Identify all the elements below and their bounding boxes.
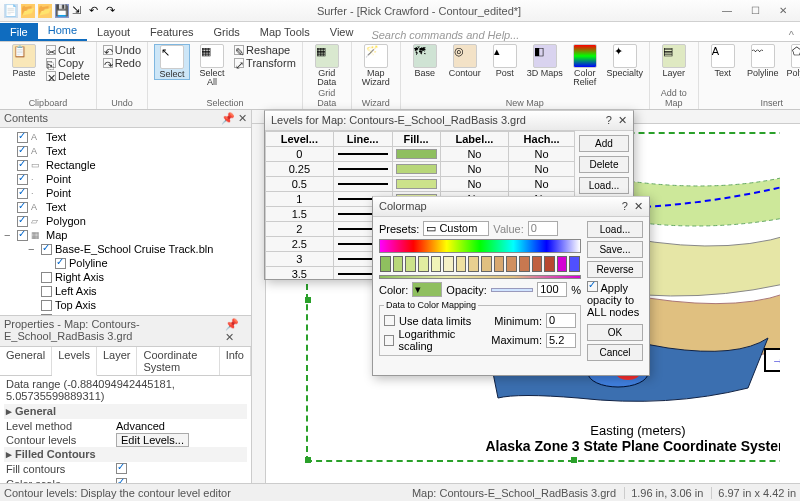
- open2-icon[interactable]: 📂: [38, 4, 52, 18]
- title-bar: 📄 📂 📂 💾 ⇲ ↶ ↷ Surfer - [Rick Crawford - …: [0, 0, 800, 22]
- tree-item[interactable]: AText: [4, 144, 247, 158]
- open-icon[interactable]: 📂: [21, 4, 35, 18]
- properties-header: Properties - Map: Contours-E_School_RadB…: [0, 316, 251, 347]
- select-button[interactable]: ↖Select: [154, 44, 190, 80]
- group-add-to-map: ▤Layer Add to Map: [650, 42, 699, 109]
- cut-button[interactable]: ✂Cut: [46, 44, 90, 56]
- pin-icon[interactable]: 📌 ✕: [221, 112, 247, 125]
- cm-ok-button[interactable]: OK: [587, 324, 643, 341]
- easting-label: Easting (meters): [428, 423, 780, 438]
- grid-data-button[interactable]: ▦Grid Data: [309, 44, 345, 87]
- colormap-help-icon[interactable]: ? ✕: [622, 200, 643, 213]
- colormap-dialog[interactable]: Colormap? ✕ Presets: ▭ Custom ▾ Value: 0…: [372, 196, 650, 376]
- layer-button[interactable]: ▤Layer: [656, 44, 692, 78]
- tree-item[interactable]: ▱Polygon: [4, 214, 247, 228]
- contents-tree[interactable]: ATextAText▭Rectangle·Point·PointAText▱Po…: [0, 128, 251, 315]
- minimize-button[interactable]: —: [714, 2, 740, 20]
- levels-load-button[interactable]: Load...: [579, 177, 629, 194]
- base-button[interactable]: 🗺Base: [407, 44, 443, 78]
- property-tabs[interactable]: GeneralLevelsLayerCoordinate SystemInfo: [0, 347, 251, 376]
- tree-item[interactable]: AText: [4, 130, 247, 144]
- use-data-limits-checkbox[interactable]: [384, 315, 395, 326]
- colormap-nodes[interactable]: [379, 256, 581, 272]
- prop-fill-contours[interactable]: Fill contours: [4, 462, 247, 477]
- prop-tab[interactable]: Levels: [52, 347, 97, 376]
- copy-button[interactable]: ⎘Copy: [46, 57, 90, 69]
- tree-item[interactable]: Polyline: [4, 256, 247, 270]
- maximize-button[interactable]: ☐: [742, 2, 768, 20]
- undo-button[interactable]: ↶Undo: [103, 44, 141, 56]
- specialty-button[interactable]: ✦Specialty: [607, 44, 643, 78]
- cm-load-button[interactable]: Load...: [587, 221, 643, 238]
- vessel-track-legend[interactable]: → Vessel track: [764, 348, 780, 372]
- paste-button[interactable]: 📋Paste: [6, 44, 42, 78]
- search-input[interactable]: Search commands and Help...: [371, 29, 782, 41]
- tree-item[interactable]: ·Point: [4, 172, 247, 186]
- prop-contour-levels[interactable]: Contour levelsEdit Levels...: [4, 433, 247, 447]
- contour-button[interactable]: ◎Contour: [447, 44, 483, 78]
- tree-item[interactable]: ▭Rectangle: [4, 158, 247, 172]
- text-insert-button[interactable]: AText: [705, 44, 741, 78]
- tab-home[interactable]: Home: [38, 21, 87, 41]
- props-close-icon[interactable]: 📌 ✕: [225, 318, 247, 344]
- color-picker[interactable]: ▾: [412, 282, 442, 297]
- value-field[interactable]: 0: [528, 221, 558, 236]
- tab-view[interactable]: View: [320, 23, 364, 41]
- collapse-ribbon-icon[interactable]: ^: [783, 29, 800, 41]
- tree-item[interactable]: Left Axis: [4, 284, 247, 298]
- tree-item[interactable]: ·Point: [4, 186, 247, 200]
- window-controls: — ☐ ✕: [714, 2, 796, 20]
- quick-access-toolbar: 📄 📂 📂 💾 ⇲ ↶ ↷: [0, 4, 124, 18]
- tab-layout[interactable]: Layout: [87, 23, 140, 41]
- cm-save-button[interactable]: Save...: [587, 241, 643, 258]
- undo-icon[interactable]: ↶: [89, 4, 103, 18]
- export-icon[interactable]: ⇲: [72, 4, 86, 18]
- max-field[interactable]: 5.2: [546, 333, 576, 348]
- properties-panel: Properties - Map: Contours-E_School_RadB…: [0, 315, 251, 492]
- log-scaling-checkbox[interactable]: [384, 335, 394, 346]
- levels-add-button[interactable]: Add: [579, 135, 629, 152]
- redo-icon[interactable]: ↷: [106, 4, 120, 18]
- save-icon[interactable]: 💾: [55, 4, 69, 18]
- min-field[interactable]: 0: [546, 313, 576, 328]
- tree-item[interactable]: Right Axis: [4, 270, 247, 284]
- tab-map-tools[interactable]: Map Tools: [250, 23, 320, 41]
- new-icon[interactable]: 📄: [4, 4, 18, 18]
- redo-button[interactable]: ↷Redo: [103, 57, 141, 69]
- tab-features[interactable]: Features: [140, 23, 203, 41]
- color-relief-button[interactable]: Color Relief: [567, 44, 603, 87]
- levels-help-icon[interactable]: ? ✕: [606, 114, 627, 127]
- tab-grids[interactable]: Grids: [204, 23, 250, 41]
- prop-tab[interactable]: Layer: [97, 347, 138, 375]
- colormap-strip[interactable]: [379, 239, 581, 253]
- tree-item[interactable]: −Base-E_School Cruise Track.bln: [4, 242, 247, 256]
- post-button[interactable]: ▴Post: [487, 44, 523, 78]
- levels-delete-button[interactable]: Delete: [579, 156, 629, 173]
- tree-item[interactable]: AText: [4, 200, 247, 214]
- polyline-button[interactable]: 〰Polyline: [745, 44, 781, 78]
- transform-button[interactable]: ⤢Transform: [234, 57, 296, 69]
- prop-tab[interactable]: Coordinate System: [137, 347, 219, 375]
- tree-item[interactable]: −▦Map: [4, 228, 247, 242]
- prop-level-method[interactable]: Level methodAdvanced: [4, 419, 247, 433]
- select-all-button[interactable]: ▦Select All: [194, 44, 230, 87]
- apply-opacity-checkbox[interactable]: [587, 281, 598, 292]
- tab-file[interactable]: File: [0, 23, 38, 41]
- polygon-button[interactable]: ⬠Polygon: [785, 44, 800, 78]
- group-selection: ↖Select ▦Select All ✎Reshape ⤢Transform …: [148, 42, 303, 109]
- status-map-name: Map: Contours-E_School_RadBasis 3.grd: [412, 487, 616, 499]
- presets-select[interactable]: ▭ Custom ▾: [423, 221, 489, 236]
- delete-button[interactable]: ✕Delete: [46, 70, 90, 82]
- left-pane: Contents📌 ✕ ATextAText▭Rectangle·Point·P…: [0, 110, 252, 492]
- map-wizard-button[interactable]: 🪄Map Wizard: [358, 44, 394, 87]
- reshape-button[interactable]: ✎Reshape: [234, 44, 296, 56]
- cm-reverse-button[interactable]: Reverse: [587, 261, 643, 278]
- 3d-maps-button[interactable]: ◧3D Maps: [527, 44, 563, 78]
- close-button[interactable]: ✕: [770, 2, 796, 20]
- prop-tab[interactable]: General: [0, 347, 52, 375]
- opacity-slider[interactable]: [491, 288, 534, 292]
- cm-cancel-button[interactable]: Cancel: [587, 344, 643, 361]
- prop-tab[interactable]: Info: [220, 347, 251, 375]
- tree-item[interactable]: Top Axis: [4, 298, 247, 312]
- opacity-field[interactable]: 100: [537, 282, 567, 297]
